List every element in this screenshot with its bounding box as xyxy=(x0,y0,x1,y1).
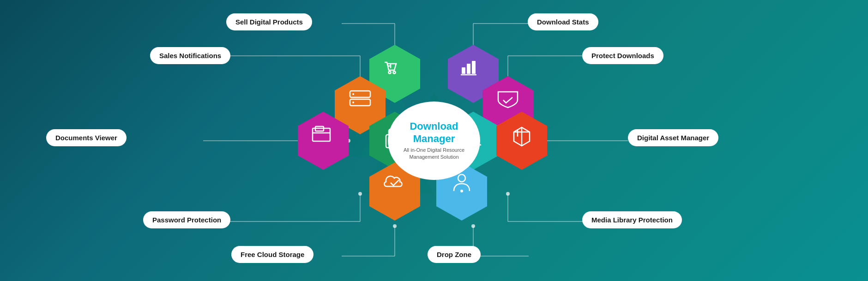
svg-marker-0 xyxy=(323,92,397,157)
svg-point-25 xyxy=(506,192,510,196)
svg-point-62 xyxy=(458,174,465,182)
title-black: Download xyxy=(410,120,458,132)
label-documents-viewer: Documents Viewer xyxy=(46,129,127,146)
svg-marker-45 xyxy=(482,76,533,134)
svg-rect-41 xyxy=(462,67,465,74)
label-media-library: Media Library Protection xyxy=(582,211,682,228)
label-sell-digital: Sell Digital Products xyxy=(226,13,312,30)
label-password-protection: Password Protection xyxy=(143,211,230,228)
svg-point-17 xyxy=(347,139,350,143)
svg-point-9 xyxy=(358,88,362,92)
label-free-cloud: Free Cloud Storage xyxy=(231,246,313,263)
svg-point-6 xyxy=(393,58,397,62)
svg-point-22 xyxy=(358,192,362,196)
center-card: Download Manager All in-One Digital Reso… xyxy=(388,102,480,180)
svg-point-28 xyxy=(393,224,397,228)
svg-point-39 xyxy=(352,102,354,103)
background: Download Manager All in-One Digital Reso… xyxy=(0,0,868,281)
svg-point-31 xyxy=(471,224,475,228)
svg-rect-48 xyxy=(315,126,324,131)
app-title: Download Manager xyxy=(392,120,476,145)
svg-marker-35 xyxy=(335,76,386,134)
svg-point-19 xyxy=(518,139,521,143)
svg-point-33 xyxy=(389,72,391,74)
svg-point-34 xyxy=(393,72,396,74)
label-protect-downloads: Protect Downloads xyxy=(582,47,663,64)
svg-rect-47 xyxy=(313,128,330,141)
svg-point-12 xyxy=(471,58,475,62)
svg-point-15 xyxy=(506,88,510,92)
svg-marker-40 xyxy=(448,45,499,103)
label-drop-zone: Drop Zone xyxy=(428,246,481,263)
app-subtitle: All in-One Digital Resource Management S… xyxy=(404,147,464,161)
svg-point-38 xyxy=(352,93,354,95)
svg-marker-56 xyxy=(496,112,547,170)
label-download-stats: Download Stats xyxy=(528,13,598,30)
label-digital-asset: Digital Asset Manager xyxy=(628,129,718,146)
title-blue: Manager xyxy=(413,133,455,144)
svg-rect-36 xyxy=(350,91,370,97)
svg-marker-46 xyxy=(298,112,349,170)
svg-rect-42 xyxy=(467,64,470,74)
svg-marker-32 xyxy=(369,45,420,103)
label-sales-notifications: Sales Notifications xyxy=(150,47,230,64)
svg-rect-37 xyxy=(350,99,370,106)
svg-rect-43 xyxy=(472,61,476,74)
svg-point-63 xyxy=(460,190,463,192)
